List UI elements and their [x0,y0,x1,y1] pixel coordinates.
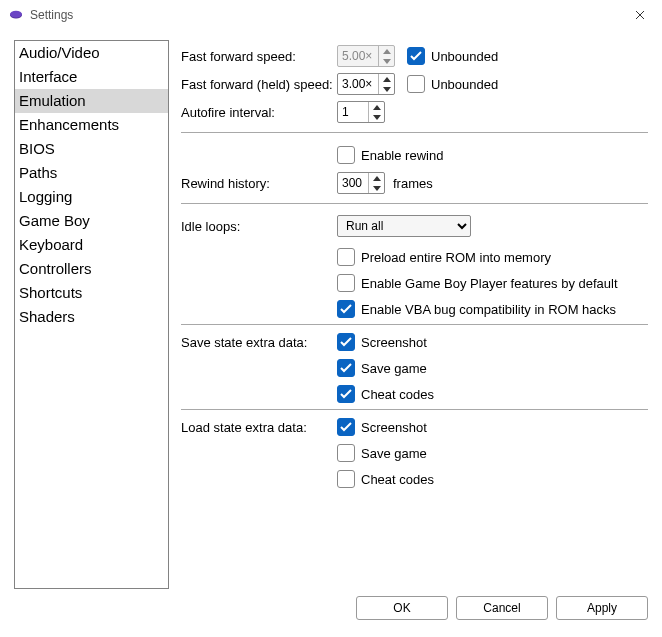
checkbox-icon [337,359,355,377]
preload-rom-checkbox[interactable]: Preload entire ROM into memory [337,248,648,266]
separator [181,409,648,410]
checkbox-icon [407,47,425,65]
checkbox-icon [407,75,425,93]
sidebar-item-game-boy[interactable]: Game Boy [15,209,168,233]
checkbox-icon [337,248,355,266]
enable-rewind-checkbox[interactable]: Enable rewind [337,146,443,164]
spinner-down-icon[interactable] [369,183,384,193]
spinner-down-icon [379,56,394,66]
ff-held-unbounded-checkbox[interactable]: Unbounded [407,75,498,93]
load-screenshot-checkbox[interactable]: Screenshot [337,418,434,436]
rewind-history-label: Rewind history: [181,176,337,191]
spinner-up-icon [379,46,394,56]
rewind-history-spinner[interactable]: 300 [337,172,385,194]
spinner-up-icon[interactable] [369,173,384,183]
ff-held-spinner[interactable]: 3.00× [337,73,395,95]
gb-player-checkbox[interactable]: Enable Game Boy Player features by defau… [337,274,648,292]
load-extra-label: Load state extra data: [181,418,337,435]
close-button[interactable] [617,0,662,30]
checkbox-icon [337,300,355,318]
separator [181,203,648,204]
ff-speed-unbounded-checkbox[interactable]: Unbounded [407,47,498,65]
idle-loops-select[interactable]: Run allRemove knownDetect and remove [337,215,471,237]
frames-suffix: frames [393,176,433,191]
settings-panel: Fast forward speed: 5.00× Unbounded Fast… [181,40,648,589]
checkbox-icon [337,418,355,436]
cancel-button[interactable]: Cancel [456,596,548,620]
sidebar-item-paths[interactable]: Paths [15,161,168,185]
window-title: Settings [30,8,73,22]
spinner-up-icon[interactable] [379,74,394,84]
sidebar-item-shaders[interactable]: Shaders [15,305,168,329]
autofire-spinner[interactable]: 1 [337,101,385,123]
separator [181,324,648,325]
checkbox-icon [337,444,355,462]
spinner-up-icon[interactable] [369,102,384,112]
dialog-buttons: OK Cancel Apply [0,589,662,637]
checkbox-icon [337,385,355,403]
save-cheats-checkbox[interactable]: Cheat codes [337,385,434,403]
sidebar-item-enhancements[interactable]: Enhancements [15,113,168,137]
separator [181,132,648,133]
spinner-down-icon[interactable] [379,84,394,94]
save-screenshot-checkbox[interactable]: Screenshot [337,333,434,351]
checkbox-icon [337,470,355,488]
ff-speed-label: Fast forward speed: [181,49,337,64]
ff-speed-spinner: 5.00× [337,45,395,67]
save-savegame-checkbox[interactable]: Save game [337,359,434,377]
sidebar-item-controllers[interactable]: Controllers [15,257,168,281]
titlebar: Settings [0,0,662,30]
ok-button[interactable]: OK [356,596,448,620]
sidebar-item-shortcuts[interactable]: Shortcuts [15,281,168,305]
save-extra-label: Save state extra data: [181,333,337,350]
sidebar-item-keyboard[interactable]: Keyboard [15,233,168,257]
checkbox-icon [337,274,355,292]
load-savegame-checkbox[interactable]: Save game [337,444,434,462]
ff-held-label: Fast forward (held) speed: [181,77,337,92]
sidebar-item-bios[interactable]: BIOS [15,137,168,161]
checkbox-icon [337,146,355,164]
settings-window: Settings Audio/VideoInterfaceEmulationEn… [0,0,662,637]
checkbox-icon [337,333,355,351]
idle-loops-label: Idle loops: [181,219,337,234]
vba-bug-checkbox[interactable]: Enable VBA bug compatibility in ROM hack… [337,300,648,318]
sidebar-item-interface[interactable]: Interface [15,65,168,89]
app-icon [8,7,24,23]
load-cheats-checkbox[interactable]: Cheat codes [337,470,434,488]
sidebar-item-audio-video[interactable]: Audio/Video [15,41,168,65]
sidebar-item-emulation[interactable]: Emulation [15,89,168,113]
svg-point-1 [10,11,22,18]
autofire-label: Autofire interval: [181,105,337,120]
sidebar-item-logging[interactable]: Logging [15,185,168,209]
spinner-down-icon[interactable] [369,112,384,122]
apply-button[interactable]: Apply [556,596,648,620]
sidebar: Audio/VideoInterfaceEmulationEnhancement… [14,40,169,589]
